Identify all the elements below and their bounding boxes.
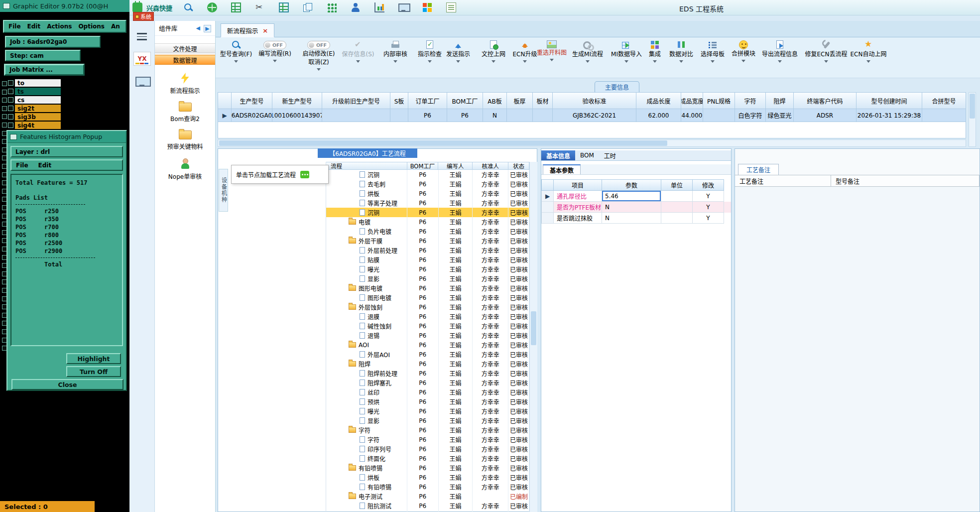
note-icon[interactable] <box>446 2 456 12</box>
highlight-button[interactable]: Highlight <box>66 353 121 364</box>
flow-tree-row[interactable]: 外层AOIP6王娟方幸幸已审核 <box>326 350 529 359</box>
scrollbar-thumb[interactable] <box>531 311 536 345</box>
tree-column-header[interactable]: 编写人 <box>438 162 473 170</box>
toolbar-button[interactable]: OFF编写流程(R) <box>255 39 294 78</box>
close-button[interactable]: Close <box>11 379 123 390</box>
layer-row[interactable]: ts <box>8 87 61 96</box>
param-value[interactable]: N <box>602 202 661 213</box>
column-header[interactable]: 型号创建时间 <box>857 92 922 109</box>
file-processing-section[interactable]: 文件处理 <box>155 43 215 53</box>
toolbar-button[interactable]: ECN自动上网 <box>849 39 888 78</box>
layer-row[interactable]: to <box>8 79 61 87</box>
column-header[interactable]: 新生产型号 <box>272 92 322 109</box>
quick-launch-label[interactable]: 兴森快捷 <box>146 3 172 12</box>
flow-tree-row[interactable]: 电子测试P6王娟已编制 <box>326 492 529 501</box>
flow-tree-row[interactable]: 字符P6王娟方幸幸已审核 <box>326 435 529 444</box>
flow-tree-row[interactable]: 印序列号P6王娟方幸幸已审核 <box>326 444 529 454</box>
horizontal-scrollbar[interactable] <box>218 139 966 147</box>
toolbar-button[interactable]: 重选开料图 <box>532 39 571 78</box>
flow-tree-row[interactable]: 沉铜P6王娟方幸幸已审核 <box>326 208 529 217</box>
notes-content[interactable] <box>735 187 980 512</box>
column-header[interactable]: 终端客户代码 <box>794 92 857 109</box>
layer-checkbox[interactable] <box>8 97 13 103</box>
dropdown-arrow-icon[interactable] <box>653 60 657 65</box>
layer-strip-checkbox[interactable] <box>2 123 7 128</box>
tab-work-hours[interactable]: 工时 <box>599 150 621 160</box>
row-selector[interactable]: ▶ <box>218 109 232 122</box>
layer-row[interactable]: sig3b <box>8 113 61 121</box>
param-value[interactable]: 5.46 <box>602 191 661 202</box>
toolbar-button[interactable]: 保存信息(S) <box>339 39 377 78</box>
column-header[interactable]: 订单工厂 <box>408 92 447 109</box>
flow-tree-row[interactable]: 显影P6王娟方幸幸已审核 <box>326 274 529 283</box>
tab-bom[interactable]: BOM <box>575 150 599 160</box>
copy-icon[interactable] <box>303 2 313 12</box>
flow-tree-row[interactable]: 阻焊前处理P6王娟方幸幸已审核 <box>326 369 529 378</box>
param-row[interactable]: ▶通孔厚径比5.46Y <box>541 191 731 202</box>
flow-tree-row[interactable]: 预烘P6王娟方幸幸已审核 <box>326 397 529 406</box>
flow-tree-row[interactable]: 去毛刺P6王娟方幸幸已审核 <box>326 179 529 189</box>
dropdown-arrow-icon[interactable] <box>491 60 495 65</box>
flow-tree-row[interactable]: 有铅喷锡P6王娟方幸幸已审核 <box>326 463 529 473</box>
dropdown-arrow-icon[interactable] <box>273 60 277 64</box>
layer-row[interactable]: sig4t <box>8 121 61 129</box>
component-item[interactable]: 新流程指示 <box>155 73 215 95</box>
dropdown-arrow-icon[interactable] <box>356 60 360 65</box>
screen-icon[interactable] <box>135 77 149 88</box>
job-matrix-button[interactable]: Job Matrix ... <box>4 64 85 76</box>
param-column-header[interactable]: 修改 <box>693 179 724 191</box>
column-header[interactable]: 阻焊 <box>766 92 794 109</box>
monitor-icon[interactable] <box>398 2 408 12</box>
column-header[interactable]: 成品宽度 <box>681 92 703 109</box>
flow-tree-row[interactable]: 负片电镀P6王娟方幸幸已审核 <box>326 227 529 236</box>
flow-tree-row[interactable]: 外层蚀刻P6王娟方幸幸已审核 <box>326 302 529 312</box>
tree-scrollbar[interactable] <box>529 162 537 512</box>
graphic-editor-titlebar[interactable]: Graphic Editor 9.07b2 (00@H <box>0 0 129 12</box>
toolbar-button[interactable]: 发送指示 <box>439 39 478 78</box>
dropdown-arrow-icon[interactable] <box>550 59 554 63</box>
param-column-header[interactable]: 项目 <box>554 179 602 191</box>
menu-options[interactable]: Options <box>78 23 105 30</box>
toolbar-button[interactable]: 内部审核 <box>376 39 415 78</box>
column-header[interactable]: AB板 <box>483 92 507 109</box>
collapse-left-icon[interactable]: ◀ <box>196 25 200 32</box>
layer-checkbox[interactable] <box>8 89 13 94</box>
flow-tree-row[interactable]: 显影P6王娟方幸幸已审核 <box>326 416 529 425</box>
column-header[interactable]: 成品长度 <box>636 92 681 109</box>
dropdown-arrow-icon[interactable] <box>586 60 590 65</box>
column-header[interactable]: PNL规格 <box>703 92 735 109</box>
yx-logo[interactable]: YX <box>133 52 151 66</box>
layer-checkbox[interactable] <box>8 80 13 86</box>
component-item[interactable]: 预审关键物料 <box>155 130 215 150</box>
grid-icon[interactable] <box>231 2 241 12</box>
param-row[interactable]: 是否跳过抹胶NY <box>541 213 731 224</box>
dropdown-arrow-icon[interactable] <box>393 60 397 65</box>
tree-column-header[interactable]: BOM工厂 <box>407 162 439 170</box>
column-header[interactable]: BOM工厂 <box>447 92 483 109</box>
flow-tree-row[interactable]: 字符P6王娟方幸幸已审核 <box>326 425 529 435</box>
tab-process-notes[interactable]: 工艺备注 <box>738 164 779 175</box>
dropdown-arrow-icon[interactable] <box>711 60 715 65</box>
param-column-header[interactable]: 单位 <box>661 179 693 191</box>
layer-row[interactable]: sig2t <box>8 104 61 113</box>
dropdown-arrow-icon[interactable] <box>741 60 745 64</box>
flow-tree-row[interactable]: 终面化P6王娟方幸幸已审核 <box>326 454 529 463</box>
menu-file[interactable]: File <box>8 23 21 30</box>
tab-new-flow-instruction[interactable]: 新流程指示 × <box>221 23 274 37</box>
layer-strip-checkbox[interactable] <box>2 98 7 103</box>
toolbar-button[interactable]: 型号查询(F) <box>217 39 255 78</box>
popup-menu-edit[interactable]: Edit <box>38 162 52 169</box>
grid2-icon[interactable] <box>279 2 289 12</box>
turn-off-button[interactable]: Turn Off <box>66 366 121 377</box>
off-toggle[interactable]: OFF <box>263 41 286 49</box>
dropdown-arrow-icon[interactable] <box>523 60 527 65</box>
tree-column-header[interactable]: 流程 <box>326 162 407 170</box>
hamburger-menu-icon[interactable] <box>137 33 147 40</box>
column-header[interactable]: 合拼型号 <box>922 92 966 109</box>
flow-tree-row[interactable]: 阻抗测试P6王娟方幸幸已审核 <box>326 501 529 511</box>
flow-tree-row[interactable]: 碱性蚀刻P6王娟方幸幸已审核 <box>326 321 529 331</box>
flow-tree-row[interactable]: 外层干膜P6王娟方幸幸已审核 <box>326 236 529 246</box>
param-value[interactable]: N <box>602 213 661 224</box>
flow-tree-row[interactable]: 贴膜P6王娟方幸幸已审核 <box>326 255 529 264</box>
column-header[interactable]: 字符 <box>735 92 766 109</box>
